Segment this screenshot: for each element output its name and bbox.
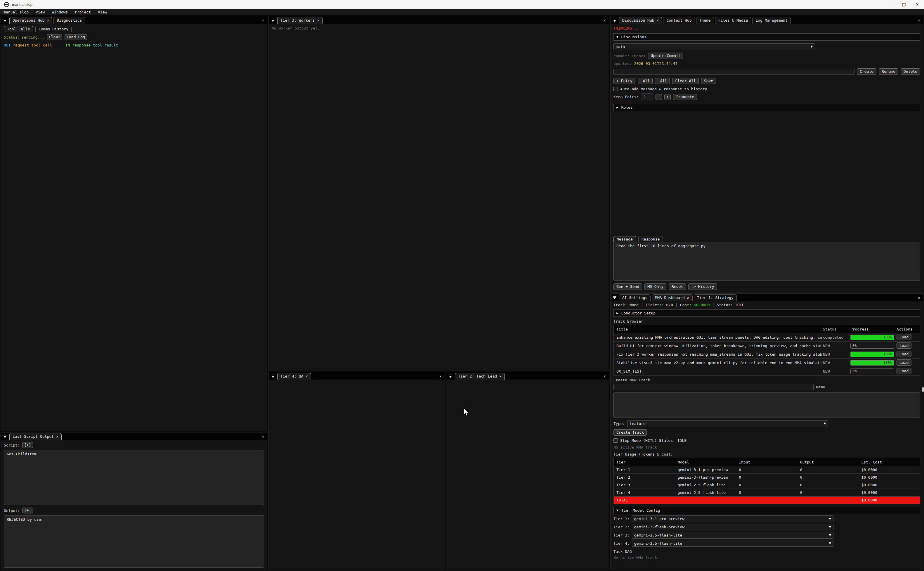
tab-last-script-output[interactable]: Last Script Output ✕: [9, 433, 62, 440]
keep-pairs-input[interactable]: 2: [641, 94, 653, 100]
create-track-button[interactable]: Create Track: [613, 429, 647, 436]
tab-tier3-workers[interactable]: Tier 3: Workers ✕: [277, 17, 322, 24]
minimize-button[interactable]: —: [884, 0, 897, 9]
close-tab-icon[interactable]: ✕: [47, 18, 49, 23]
truncate-button[interactable]: Truncate: [673, 94, 697, 100]
message-textarea[interactable]: Read the first 10 lines of aggregate.py.: [613, 242, 920, 281]
discussions-section-header[interactable]: ▼ Discussions: [613, 33, 920, 41]
rename-button[interactable]: Rename: [879, 68, 898, 75]
close-tab-icon[interactable]: ✕: [306, 374, 308, 378]
tier3-model-select[interactable]: gemini-2.5-flash-lite ▼: [632, 532, 833, 539]
tab-mma-dashboard[interactable]: MMA Dashboard ✕: [652, 294, 693, 301]
panel-close-icon[interactable]: ✕: [917, 295, 921, 300]
conductor-setup-header[interactable]: ▶ Conductor Setup: [613, 309, 920, 317]
dock-menu-icon[interactable]: [613, 19, 617, 23]
tab-context-hub[interactable]: Context Hub: [663, 17, 695, 24]
md-only-button[interactable]: MD Only: [644, 284, 666, 290]
script-expand-button[interactable]: [+]: [22, 442, 33, 448]
dock-menu-icon[interactable]: [271, 375, 275, 378]
dock-menu-icon[interactable]: [449, 375, 453, 378]
clear-all-button[interactable]: Clear All: [672, 78, 699, 84]
tab-ai-settings[interactable]: AI Settings: [619, 294, 651, 301]
track-description-textarea[interactable]: [613, 392, 920, 418]
table-row[interactable]: UX_SIM_TEST NEW 0% Load: [614, 367, 920, 375]
expand-all-button[interactable]: +All: [655, 78, 670, 84]
track-name-input[interactable]: [613, 384, 813, 390]
menu-windows[interactable]: Windows: [52, 10, 68, 14]
close-tab-icon[interactable]: ✕: [687, 295, 690, 300]
close-tab-icon[interactable]: ✕: [56, 434, 59, 438]
tab-tier2-tech-lead[interactable]: Tier 2: Tech Lead ✕: [455, 373, 505, 380]
collapse-all-button[interactable]: -All: [638, 78, 653, 84]
tab-message[interactable]: Message: [613, 236, 636, 242]
tab-files-media[interactable]: Files & Media: [715, 17, 752, 24]
tab-theme[interactable]: Theme: [696, 17, 714, 24]
menu-project[interactable]: Project: [75, 10, 91, 14]
panel-close-icon[interactable]: ✕: [260, 18, 265, 23]
load-button[interactable]: Load: [896, 334, 912, 340]
track-type-select[interactable]: feature ▼: [627, 420, 828, 427]
gen-send-button[interactable]: Gen + Send: [613, 284, 642, 290]
menu-view[interactable]: View: [35, 10, 45, 14]
reset-button[interactable]: Reset: [669, 284, 686, 290]
step-mode-checkbox[interactable]: [613, 438, 618, 443]
tab-response[interactable]: Response: [638, 236, 663, 242]
tier2-model-select[interactable]: gemini-3-flash-preview ▼: [632, 524, 833, 530]
tab-comms-history[interactable]: Comms History: [35, 26, 72, 32]
update-commit-button[interactable]: Update Commit: [648, 52, 684, 59]
tab-tier4-qa[interactable]: Tier 4: QA ✕: [277, 373, 311, 380]
output-expand-button[interactable]: [+]: [22, 508, 33, 514]
close-tab-icon[interactable]: ✕: [317, 18, 319, 23]
tab-operations-hub[interactable]: Operations Hub ✕: [9, 17, 52, 24]
close-tab-icon[interactable]: ✕: [657, 18, 659, 23]
tier1-model-select[interactable]: gemini-3.1-pro-preview ▼: [632, 515, 833, 522]
panel-close-icon[interactable]: ✕: [438, 374, 443, 378]
discussion-select[interactable]: main ▼: [613, 43, 815, 50]
table-row[interactable]: Build UI for context window utilization,…: [614, 341, 920, 350]
tool-call-log-row[interactable]: OUT request tool_call IN response tool_r…: [4, 43, 264, 47]
thinking-status: THINKING...: [613, 26, 920, 30]
panel-close-icon[interactable]: ✕: [602, 374, 607, 378]
load-log-button[interactable]: Load Log: [65, 34, 87, 40]
table-row[interactable]: Enhance existing MMA orchestration GUI: …: [614, 333, 920, 341]
keep-pairs-minus-button[interactable]: -: [656, 94, 662, 100]
keep-pairs-plus-button[interactable]: +: [664, 94, 671, 100]
dock-menu-icon[interactable]: [271, 19, 275, 23]
to-history-button[interactable]: -> History: [688, 284, 717, 290]
table-row[interactable]: Fix Tier 3 worker responses not reaching…: [614, 350, 920, 358]
panel-close-icon[interactable]: ✕: [917, 18, 921, 23]
script-textarea[interactable]: Get-ChildItem: [4, 450, 264, 505]
dock-menu-icon[interactable]: [613, 296, 617, 300]
auto-add-checkbox[interactable]: [613, 87, 618, 91]
roles-section-header[interactable]: ▶ Roles: [613, 104, 920, 111]
create-button[interactable]: Create: [857, 68, 876, 75]
maximize-button[interactable]: □: [897, 0, 910, 9]
tier-model-config-header[interactable]: ▼ Tier Model Config: [613, 507, 920, 514]
menu-app[interactable]: manual slop: [3, 10, 29, 14]
add-entry-button[interactable]: + Entry: [613, 78, 635, 84]
tab-tier1-strategy[interactable]: Tier 1: Strategy: [694, 294, 737, 301]
dock-menu-icon[interactable]: [3, 19, 7, 23]
scrollbar-thumb[interactable]: [922, 387, 924, 392]
delete-button[interactable]: Delete: [901, 68, 920, 75]
panel-close-icon[interactable]: ✕: [260, 434, 265, 438]
table-row[interactable]: Stabilize visual_sim_mma_v2.py and mock_…: [614, 358, 920, 367]
close-button[interactable]: ✕: [910, 0, 924, 9]
tab-log-management[interactable]: Log Management: [752, 17, 791, 24]
discussion-name-input[interactable]: [613, 69, 855, 75]
close-tab-icon[interactable]: ✕: [499, 374, 502, 378]
dock-menu-icon[interactable]: [3, 435, 7, 438]
menu-view-2[interactable]: View: [98, 10, 107, 14]
tier4-model-select[interactable]: gemini-2.5-flash-lite ▼: [632, 540, 833, 547]
load-button[interactable]: Load: [896, 343, 912, 349]
load-button[interactable]: Load: [896, 351, 912, 357]
load-button[interactable]: Load: [896, 368, 912, 374]
save-button[interactable]: Save: [701, 78, 716, 84]
tab-diagnostics[interactable]: Diagnostics: [54, 17, 85, 24]
output-textarea[interactable]: REJECTED by user: [4, 515, 264, 568]
load-button[interactable]: Load: [896, 360, 912, 366]
panel-close-icon[interactable]: ✕: [602, 18, 607, 23]
tab-tool-calls[interactable]: Tool Calls: [4, 26, 33, 32]
clear-button[interactable]: Clear: [47, 34, 62, 40]
tab-discussion-hub[interactable]: Discussion Hub ✕: [619, 17, 662, 24]
